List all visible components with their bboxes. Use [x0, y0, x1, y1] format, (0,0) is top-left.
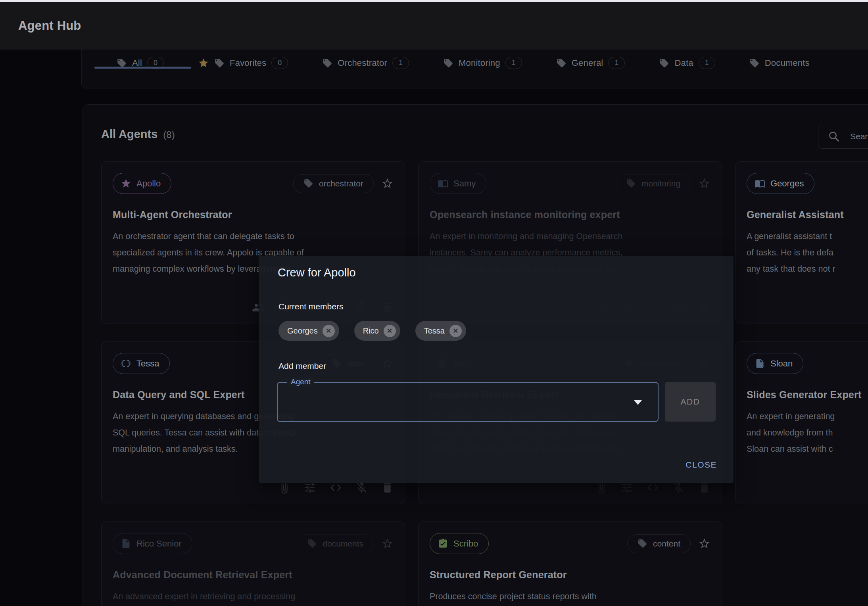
add-member-controls: Agent ADD [277, 382, 716, 422]
member-chip-georges[interactable]: Georges ✕ [278, 321, 339, 341]
agent-select-label: Agent [287, 378, 314, 386]
browser-chrome-strip [0, 0, 868, 2]
member-name: Georges [287, 326, 318, 336]
member-chip-rico[interactable]: Rico ✕ [354, 321, 400, 341]
close-button[interactable]: CLOSE [686, 460, 717, 470]
chevron-down-icon [634, 400, 642, 405]
members-row: Georges ✕ Rico ✕ Tessa ✕ [278, 321, 466, 341]
remove-member-icon[interactable]: ✕ [323, 325, 335, 337]
crew-dialog: Crew for Apollo Current members Georges … [259, 256, 734, 483]
dialog-title: Crew for Apollo [278, 266, 356, 279]
member-name: Tessa [424, 326, 445, 336]
remove-member-icon[interactable]: ✕ [384, 325, 396, 337]
member-chip-tessa[interactable]: Tessa ✕ [415, 321, 466, 341]
member-name: Rico [363, 326, 379, 336]
add-button[interactable]: ADD [665, 382, 716, 422]
current-members-label: Current members [278, 302, 343, 311]
add-member-label: Add member [278, 361, 326, 371]
agent-select[interactable]: Agent [277, 382, 659, 422]
remove-member-icon[interactable]: ✕ [449, 325, 462, 337]
